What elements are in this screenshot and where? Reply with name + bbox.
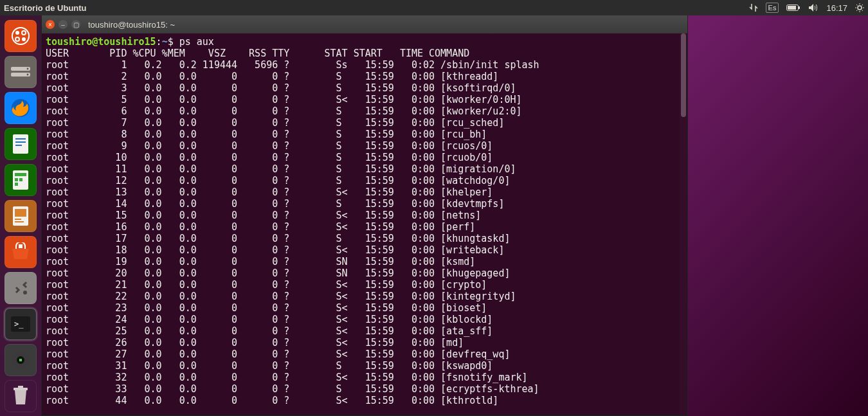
svg-rect-24	[15, 209, 26, 217]
svg-rect-22	[15, 183, 18, 186]
terminal-titlebar[interactable]: × – ▢ toushiro@toushiro15: ~	[42, 15, 687, 33]
svg-rect-15	[15, 138, 26, 140]
launcher-dash-icon[interactable]	[5, 20, 37, 52]
svg-point-7	[15, 37, 19, 41]
session-gear-icon[interactable]	[855, 3, 864, 12]
svg-point-28	[23, 291, 27, 294]
keyboard-layout-indicator[interactable]: Es	[766, 3, 779, 13]
launcher-backup-icon[interactable]	[5, 344, 37, 376]
launcher-terminal-icon[interactable]: >_	[5, 308, 37, 340]
svg-point-6	[22, 31, 26, 35]
svg-point-11	[27, 68, 29, 70]
svg-rect-16	[15, 141, 26, 143]
svg-point-3	[858, 6, 862, 10]
launcher-firefox-icon[interactable]	[5, 92, 37, 124]
launcher-trash-icon[interactable]	[5, 380, 37, 412]
svg-rect-27	[19, 244, 23, 248]
svg-point-8	[22, 37, 26, 41]
terminal-window: × – ▢ toushiro@toushiro15: ~ toushiro@to…	[41, 15, 688, 416]
svg-rect-17	[15, 145, 22, 146]
launcher-files-icon[interactable]	[5, 56, 37, 88]
active-window-title: Escritorio de Ubuntu	[4, 3, 87, 13]
volume-icon[interactable]	[808, 3, 818, 12]
unity-launcher: >_	[0, 15, 41, 416]
svg-rect-19	[15, 173, 26, 176]
svg-rect-20	[15, 178, 18, 181]
launcher-impress-icon[interactable]	[5, 200, 37, 232]
launcher-settings-icon[interactable]	[5, 272, 37, 304]
window-minimize-button[interactable]: –	[59, 20, 68, 29]
svg-rect-35	[18, 386, 23, 388]
svg-point-4	[12, 28, 29, 44]
svg-text:>_: >_	[14, 320, 24, 329]
svg-point-5	[15, 31, 19, 35]
top-menu-bar: Escritorio de Ubuntu Es 16:17	[0, 0, 868, 15]
svg-rect-34	[14, 388, 28, 390]
terminal-title-text: toushiro@toushiro15: ~	[88, 20, 175, 30]
terminal-body[interactable]: toushiro@toushiro15:~$ ps aux USER PID %…	[42, 33, 687, 415]
clock[interactable]: 16:17	[826, 3, 847, 13]
terminal-scrollbar[interactable]	[680, 33, 687, 415]
svg-rect-25	[15, 219, 21, 220]
svg-rect-2	[788, 6, 796, 10]
launcher-writer-icon[interactable]	[5, 128, 37, 160]
launcher-software-icon[interactable]	[5, 236, 37, 268]
battery-icon[interactable]	[786, 4, 800, 12]
scrollbar-thumb[interactable]	[681, 33, 686, 117]
svg-rect-1	[799, 6, 800, 9]
svg-rect-26	[15, 221, 24, 222]
svg-point-12	[27, 74, 29, 76]
window-maximize-button[interactable]: ▢	[71, 20, 80, 29]
svg-rect-21	[19, 178, 23, 181]
svg-rect-14	[13, 134, 28, 154]
svg-rect-33	[19, 359, 22, 361]
launcher-calc-icon[interactable]	[5, 164, 37, 196]
network-icon[interactable]	[749, 3, 758, 12]
window-close-button[interactable]: ×	[46, 20, 55, 29]
